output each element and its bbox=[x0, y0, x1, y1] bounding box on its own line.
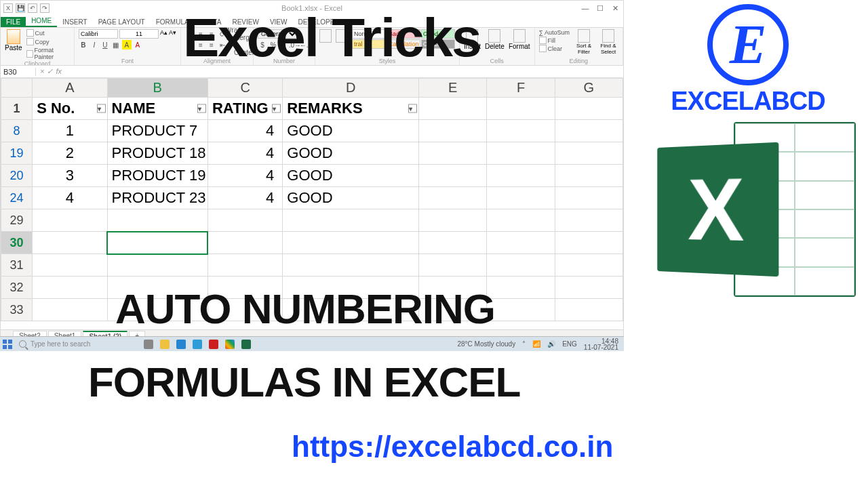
cell[interactable] bbox=[33, 209, 107, 232]
row-header[interactable]: 32 bbox=[1, 277, 33, 299]
cell[interactable] bbox=[555, 299, 623, 321]
autosum-button[interactable]: ∑AutoSum bbox=[539, 29, 570, 36]
cell[interactable] bbox=[283, 254, 419, 277]
chrome-icon[interactable] bbox=[225, 340, 235, 349]
cell[interactable] bbox=[487, 142, 555, 165]
cell[interactable] bbox=[487, 165, 555, 187]
cell[interactable] bbox=[107, 209, 208, 232]
taskview-icon[interactable] bbox=[144, 340, 153, 349]
active-cell[interactable] bbox=[107, 232, 208, 254]
cell[interactable] bbox=[419, 254, 487, 277]
taskbar-search[interactable]: Type here to search bbox=[15, 340, 130, 348]
filter-dropdown-icon[interactable]: ▾ bbox=[408, 104, 417, 113]
undo-icon[interactable]: ↶ bbox=[28, 3, 37, 13]
fx-icon[interactable]: fx bbox=[56, 67, 62, 76]
cut-button[interactable]: Cut bbox=[26, 29, 70, 37]
redo-icon[interactable]: ↷ bbox=[40, 3, 50, 13]
enter-formula-icon[interactable]: ✓ bbox=[47, 67, 53, 76]
select-all-corner[interactable] bbox=[1, 79, 33, 98]
excel-taskbar-icon[interactable] bbox=[241, 340, 251, 349]
find-select-button[interactable]: Find & Select bbox=[598, 29, 618, 55]
cell[interactable] bbox=[487, 187, 555, 209]
cell[interactable] bbox=[487, 120, 555, 142]
row-header[interactable]: 30 bbox=[1, 232, 33, 254]
cell[interactable] bbox=[419, 232, 487, 254]
volume-icon[interactable]: 🔊 bbox=[547, 340, 555, 348]
grow-font-icon[interactable]: A▴ bbox=[160, 29, 167, 39]
start-button[interactable] bbox=[0, 337, 15, 352]
row-header[interactable]: 1 bbox=[1, 98, 33, 120]
fill-color-button[interactable]: A bbox=[122, 40, 132, 49]
cell[interactable] bbox=[33, 232, 107, 254]
col-header-b[interactable]: B bbox=[107, 79, 208, 98]
sort-filter-button[interactable]: Sort & Filter bbox=[574, 29, 594, 55]
col-header-e[interactable]: E bbox=[419, 79, 487, 98]
cell[interactable] bbox=[555, 120, 623, 142]
cell[interactable]: 4 bbox=[208, 120, 282, 142]
font-size-input[interactable] bbox=[119, 29, 159, 39]
bold-button[interactable]: B bbox=[79, 40, 88, 49]
cell[interactable] bbox=[487, 277, 555, 299]
cell[interactable] bbox=[487, 254, 555, 277]
cell[interactable]: 3 bbox=[33, 165, 107, 187]
tab-home[interactable]: HOME bbox=[26, 16, 57, 27]
font-color-button[interactable]: A bbox=[133, 40, 142, 49]
excel-app-icon[interactable]: X bbox=[3, 3, 13, 13]
pdf-icon[interactable] bbox=[209, 340, 218, 349]
cell[interactable]: NAME▾ bbox=[107, 98, 208, 120]
cell[interactable] bbox=[419, 98, 487, 120]
cell[interactable] bbox=[419, 187, 487, 209]
cell[interactable] bbox=[419, 142, 487, 165]
cell[interactable]: 4 bbox=[208, 142, 282, 165]
cell[interactable] bbox=[33, 299, 107, 321]
col-header-d[interactable]: D bbox=[283, 79, 419, 98]
format-cells-button[interactable]: Format bbox=[509, 29, 530, 50]
cell[interactable] bbox=[33, 254, 107, 277]
cell[interactable] bbox=[487, 98, 555, 120]
cell[interactable]: GOOD bbox=[283, 120, 419, 142]
cell[interactable] bbox=[555, 187, 623, 209]
maximize-icon[interactable]: ☐ bbox=[595, 3, 606, 14]
filter-dropdown-icon[interactable]: ▾ bbox=[272, 104, 281, 113]
italic-button[interactable]: I bbox=[90, 40, 99, 49]
cell[interactable] bbox=[283, 232, 419, 254]
cell[interactable] bbox=[487, 209, 555, 232]
col-header-f[interactable]: F bbox=[487, 79, 555, 98]
format-painter-button[interactable]: Format Painter bbox=[26, 47, 70, 60]
filter-dropdown-icon[interactable]: ▾ bbox=[97, 104, 106, 113]
explorer-icon[interactable] bbox=[160, 340, 170, 349]
cell[interactable] bbox=[555, 98, 623, 120]
row-header[interactable]: 8 bbox=[1, 120, 33, 142]
col-header-g[interactable]: G bbox=[555, 79, 623, 98]
cell[interactable] bbox=[555, 254, 623, 277]
edge-icon[interactable] bbox=[176, 340, 186, 349]
row-header[interactable]: 19 bbox=[1, 142, 33, 165]
filter-dropdown-icon[interactable]: ▾ bbox=[197, 104, 206, 113]
cell[interactable]: 4 bbox=[208, 165, 282, 187]
tab-insert[interactable]: INSERT bbox=[57, 17, 93, 27]
cell[interactable]: S No.▾ bbox=[33, 98, 107, 120]
col-header-a[interactable]: A bbox=[33, 79, 107, 98]
row-header[interactable]: 24 bbox=[1, 187, 33, 209]
cell[interactable] bbox=[487, 232, 555, 254]
cell[interactable] bbox=[419, 209, 487, 232]
cell[interactable] bbox=[419, 120, 487, 142]
save-icon[interactable]: 💾 bbox=[16, 3, 25, 13]
tab-file[interactable]: FILE bbox=[1, 17, 26, 27]
tab-page-layout[interactable]: PAGE LAYOUT bbox=[93, 17, 151, 27]
cell[interactable] bbox=[487, 299, 555, 321]
shrink-font-icon[interactable]: A▾ bbox=[169, 29, 176, 39]
name-box[interactable]: B30 bbox=[1, 68, 36, 76]
cell[interactable] bbox=[208, 209, 282, 232]
row-header[interactable]: 29 bbox=[1, 209, 33, 232]
cell[interactable]: PRODUCT 19 bbox=[107, 165, 208, 187]
cell[interactable] bbox=[283, 209, 419, 232]
cell[interactable] bbox=[107, 254, 208, 277]
wifi-icon[interactable]: 📶 bbox=[532, 340, 540, 348]
cell[interactable] bbox=[208, 232, 282, 254]
cell[interactable] bbox=[419, 165, 487, 187]
cell[interactable] bbox=[555, 142, 623, 165]
row-header[interactable]: 20 bbox=[1, 165, 33, 187]
cell[interactable] bbox=[555, 165, 623, 187]
language-indicator[interactable]: ENG bbox=[562, 340, 577, 348]
